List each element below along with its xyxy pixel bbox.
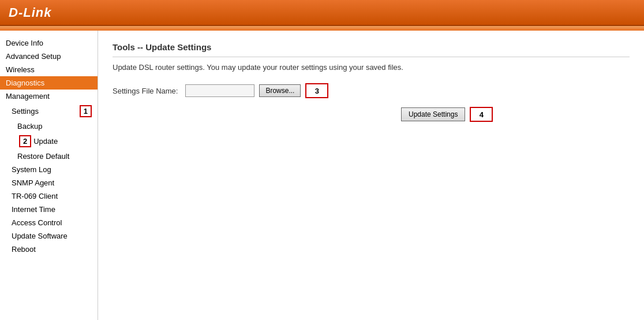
- browse-button[interactable]: Browse...: [259, 84, 301, 97]
- annotation-1: 1: [80, 105, 92, 117]
- sidebar-item-internet-time[interactable]: Internet Time: [0, 203, 98, 216]
- file-label: Settings File Name:: [113, 87, 178, 95]
- sidebar-item-system-log[interactable]: System Log: [0, 163, 98, 176]
- page-title: Tools -- Update Settings: [113, 42, 630, 57]
- main-content: Tools -- Update Settings Update DSL rout…: [98, 31, 644, 320]
- annotation-2: 2: [19, 135, 31, 147]
- annotation-4: 4: [470, 107, 493, 122]
- sidebar-item-tr069[interactable]: TR-069 Client: [0, 189, 98, 203]
- logo: D-Link: [9, 5, 51, 20]
- update-settings-button[interactable]: Update Settings: [401, 107, 465, 121]
- sidebar-item-advanced-setup[interactable]: Advanced Setup: [0, 50, 98, 63]
- settings-file-input[interactable]: [185, 84, 254, 97]
- description: Update DSL router settings. You may upda…: [113, 63, 630, 72]
- update-settings-row: Update Settings 4: [401, 107, 630, 122]
- sidebar-item-wireless[interactable]: Wireless: [0, 63, 98, 76]
- sidebar-item-update-software[interactable]: Update Software: [0, 229, 98, 243]
- sidebar-item-backup[interactable]: Backup: [0, 120, 98, 133]
- sidebar-item-access-control[interactable]: Access Control: [0, 216, 98, 229]
- sidebar-item-device-info[interactable]: Device Info: [0, 36, 98, 50]
- sidebar-item-snmp-agent[interactable]: SNMP Agent: [0, 176, 98, 189]
- sidebar: Device Info Advanced Setup Wireless Diag…: [0, 31, 98, 320]
- layout: Device Info Advanced Setup Wireless Diag…: [0, 31, 644, 320]
- sidebar-item-restore-default[interactable]: Restore Default: [0, 150, 98, 163]
- sidebar-item-reboot[interactable]: Reboot: [0, 243, 98, 256]
- header-stripe: [0, 26, 644, 31]
- sidebar-item-diagnostics[interactable]: Diagnostics: [0, 76, 98, 90]
- header: D-Link: [0, 0, 644, 26]
- annotation-3: 3: [305, 83, 328, 98]
- sidebar-item-management[interactable]: Management: [0, 90, 98, 103]
- settings-file-row: Settings File Name: Browse... 3: [113, 83, 630, 98]
- sidebar-item-update[interactable]: 2 Update: [0, 133, 98, 150]
- sidebar-item-settings[interactable]: Settings 1: [0, 103, 98, 120]
